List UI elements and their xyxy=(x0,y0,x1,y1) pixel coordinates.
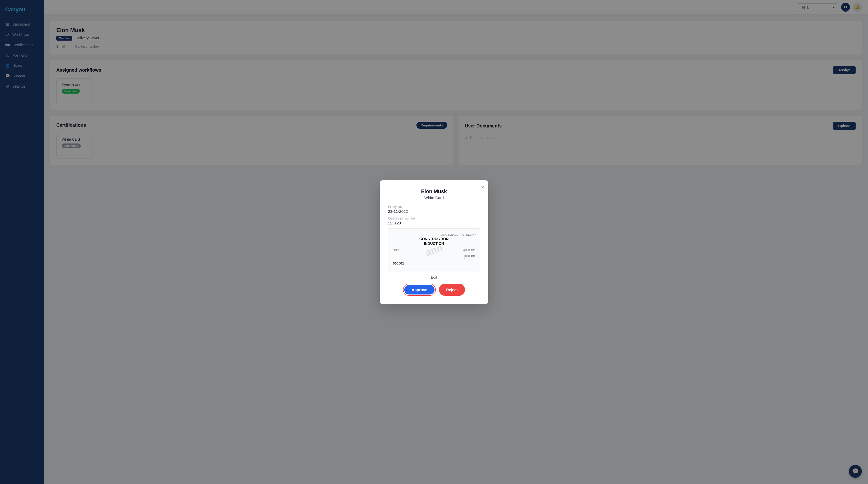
cert-number-display: 000001 xyxy=(393,261,475,266)
cert-issue-label: Issue date/ / xyxy=(464,255,475,260)
cert-number-value: 123123 xyxy=(388,221,480,225)
modal-actions: Approve Reject xyxy=(388,284,480,296)
cert-name-label: name xyxy=(393,249,399,254)
modal-title: Elon Musk xyxy=(388,189,480,194)
modal-overlay[interactable]: × Elon Musk White Card Expiry date 23-11… xyxy=(0,0,868,484)
close-icon: × xyxy=(481,184,484,190)
modal-subtitle: White Card xyxy=(388,196,480,200)
cert-number-field: Certification number 123123 xyxy=(388,217,480,225)
expiry-field: Expiry date 23-11-2022 xyxy=(388,205,480,213)
edit-link[interactable]: Edit xyxy=(388,275,480,280)
approve-button-wrapper: Approve xyxy=(403,284,436,296)
modal: × Elon Musk White Card Expiry date 23-11… xyxy=(380,180,488,304)
cert-dob-label: Date of birth/ / xyxy=(462,249,475,254)
approve-button[interactable]: Approve xyxy=(404,285,435,294)
expiry-label: Expiry date xyxy=(388,205,480,209)
modal-close-button[interactable]: × xyxy=(481,184,484,190)
cert-header-text: OCCUPATIONAL HEALTH AND S xyxy=(391,234,477,236)
cert-image: OCCUPATIONAL HEALTH AND S CONSTRUCTIONIN… xyxy=(388,228,480,272)
reject-button[interactable]: Reject xyxy=(439,284,465,296)
cert-number-label: Certification number xyxy=(388,217,480,220)
expiry-value: 23-11-2022 xyxy=(388,209,480,213)
cert-image-content: OCCUPATIONAL HEALTH AND S CONSTRUCTIONIN… xyxy=(388,229,480,272)
